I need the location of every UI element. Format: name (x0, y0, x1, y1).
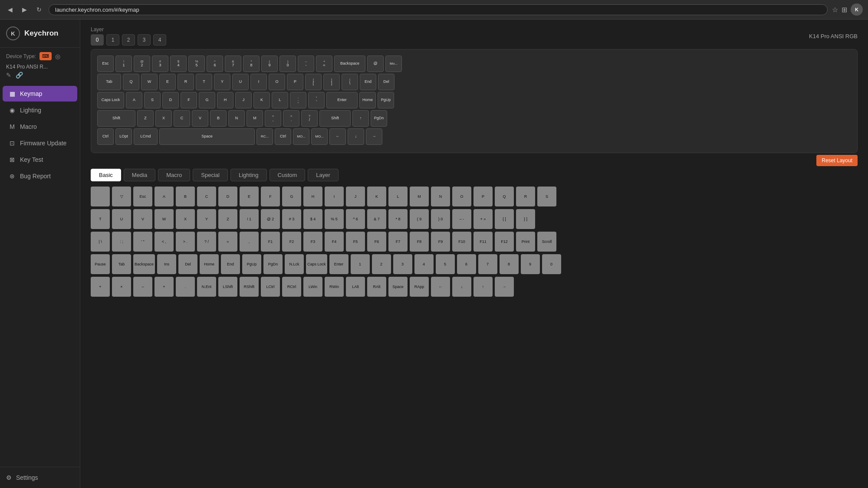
kc-key-2-7[interactable]: , (240, 232, 259, 252)
address-bar[interactable]: launcher.keychron.com/#/keymap (49, 4, 828, 15)
kc-key-0-0[interactable] (91, 187, 110, 206)
kc-key-1-14[interactable]: * 8 (388, 209, 408, 229)
kc-key-1-15[interactable]: ( 9 (410, 209, 429, 229)
kc-key-1-7[interactable]: ! 1 (240, 209, 259, 229)
settings-item[interactable]: ⚙ Settings (6, 472, 74, 484)
key-d[interactable]: D (162, 92, 179, 108)
key-rshift[interactable]: Shift (319, 110, 351, 127)
kc-key-2-19[interactable]: F12 (495, 232, 514, 252)
key-lctrl[interactable]: Ctrl (97, 128, 114, 145)
kc-key-1-9[interactable]: # 3 (282, 209, 301, 229)
kc-key-3-4[interactable]: Del (178, 254, 197, 274)
kc-tab-macro[interactable]: Macro (158, 169, 190, 181)
kc-key-1-5[interactable]: Y (197, 209, 216, 229)
key-7[interactable]: &7 (225, 56, 241, 72)
key-lbracket[interactable]: {[ (305, 74, 322, 90)
kc-key-1-13[interactable]: & 7 (367, 209, 386, 229)
key-c[interactable]: C (174, 110, 190, 127)
kc-tab-custom[interactable]: Custom (270, 169, 306, 181)
key-3[interactable]: #3 (152, 56, 168, 72)
key-mo[interactable]: Mo... (385, 56, 402, 72)
kc-key-3-7[interactable]: PgUp (242, 254, 261, 274)
kc-key-0-16[interactable]: N (431, 187, 450, 206)
key-mo1[interactable]: MO... (293, 128, 309, 145)
key-h[interactable]: H (217, 92, 233, 108)
key-q[interactable]: Q (123, 74, 139, 90)
key-lcmd[interactable]: LCmd (134, 128, 158, 145)
kc-key-1-3[interactable]: W (155, 209, 174, 229)
kc-key-2-12[interactable]: F5 (346, 232, 365, 252)
kc-key-3-2[interactable]: Backspace (133, 254, 155, 274)
kc-key-0-11[interactable]: I (325, 187, 344, 206)
kc-key-2-3[interactable]: < , (155, 232, 174, 252)
key-m[interactable]: M (247, 110, 263, 127)
kc-tab-media[interactable]: Media (124, 169, 155, 181)
extensions-button[interactable]: ⊞ (842, 6, 847, 14)
kc-key-1-0[interactable]: T (91, 209, 110, 229)
kc-key-4-16[interactable]: ← (431, 277, 450, 297)
key-0[interactable]: )0 (279, 56, 296, 72)
kc-key-1-20[interactable]: } ] (516, 209, 535, 229)
kc-key-4-2[interactable]: – (133, 277, 152, 297)
kc-key-2-10[interactable]: F3 (303, 232, 322, 252)
kc-key-2-8[interactable]: F1 (261, 232, 280, 252)
kc-tab-basic[interactable]: Basic (91, 169, 121, 181)
kc-tab-lighting[interactable]: Lighting (230, 169, 267, 181)
layer-tab-0[interactable]: 0 (91, 34, 104, 46)
key-e[interactable]: E (159, 74, 176, 90)
device-type-keyboard-button[interactable]: ⌨ (39, 52, 52, 60)
avatar[interactable]: K (851, 3, 863, 16)
kc-key-4-11[interactable]: RWin (325, 277, 344, 297)
kc-key-1-18[interactable]: + = (473, 209, 493, 229)
key-y[interactable]: Y (214, 74, 230, 90)
kc-key-1-8[interactable]: @ 2 (261, 209, 280, 229)
kc-key-4-13[interactable]: RAlt (367, 277, 386, 297)
kc-key-1-16[interactable]: ) 0 (431, 209, 450, 229)
key-s[interactable]: S (144, 92, 161, 108)
kc-key-3-20[interactable]: 9 (521, 254, 540, 274)
key-i[interactable]: I (250, 74, 267, 90)
key-del[interactable]: Del (378, 74, 395, 90)
kc-key-2-1[interactable]: : ; (112, 232, 131, 252)
kc-key-1-4[interactable]: X (176, 209, 195, 229)
kc-key-0-14[interactable]: L (388, 187, 408, 206)
key-at[interactable]: @ (367, 56, 384, 72)
kc-key-3-11[interactable]: Enter (329, 254, 349, 274)
kc-tab-layer[interactable]: Layer (308, 169, 339, 181)
kc-key-0-18[interactable]: P (473, 187, 493, 206)
key-enter[interactable]: Enter (326, 92, 358, 108)
key-9[interactable]: (9 (261, 56, 278, 72)
kc-key-0-1[interactable]: ▽ (112, 187, 131, 206)
key-esc[interactable]: Esc (97, 56, 114, 72)
kc-key-0-4[interactable]: B (176, 187, 195, 206)
kc-key-2-9[interactable]: F2 (282, 232, 301, 252)
kc-key-2-13[interactable]: F6 (367, 232, 386, 252)
kc-key-3-14[interactable]: 3 (393, 254, 412, 274)
kc-key-1-10[interactable]: $ 4 (303, 209, 322, 229)
key-r[interactable]: R (178, 74, 194, 90)
key-pgup[interactable]: PgUp (378, 92, 394, 108)
kc-key-0-15[interactable]: M (410, 187, 429, 206)
layer-tab-2[interactable]: 2 (122, 34, 135, 46)
key-k[interactable]: K (253, 92, 270, 108)
edit-icon[interactable]: ✎ (6, 72, 11, 79)
key-p[interactable]: P (287, 74, 303, 90)
key-pgdn[interactable]: PgDn (371, 110, 387, 127)
kc-key-3-0[interactable]: Pause (91, 254, 110, 274)
sidebar-item-keytest[interactable]: ⊠Key Test (3, 152, 77, 167)
kc-key-4-6[interactable]: LShift (218, 277, 237, 297)
key-backslash[interactable]: |\ (342, 74, 358, 90)
key-t[interactable]: T (196, 74, 212, 90)
kc-key-3-1[interactable]: Tab (112, 254, 131, 274)
key-g[interactable]: G (199, 92, 215, 108)
kc-key-4-8[interactable]: LCtrl (261, 277, 280, 297)
key-z[interactable]: Z (137, 110, 154, 127)
key-o[interactable]: O (269, 74, 285, 90)
kc-key-2-6[interactable]: = (218, 232, 237, 252)
key-5[interactable]: %5 (188, 56, 205, 72)
key-n[interactable]: N (228, 110, 245, 127)
key-f[interactable]: F (181, 92, 197, 108)
sidebar-item-macro[interactable]: MMacro (3, 119, 77, 134)
kc-key-3-10[interactable]: Caps Lock (306, 254, 327, 274)
kc-key-3-13[interactable]: 2 (372, 254, 391, 274)
